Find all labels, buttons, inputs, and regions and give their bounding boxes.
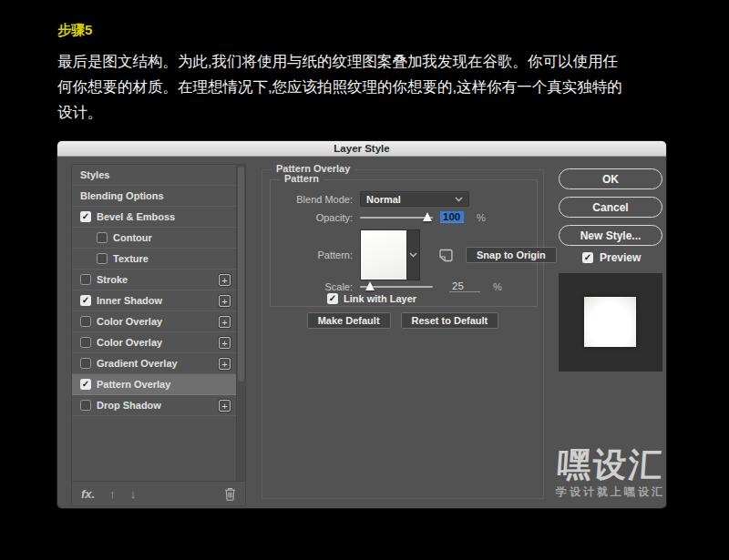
blend-mode-dropdown[interactable]: Normal <box>360 191 469 207</box>
inner-shadow-checkbox[interactable]: ✓ <box>80 295 91 306</box>
sidebar-item-label: Pattern Overlay <box>97 379 170 390</box>
scale-label: Scale: <box>271 281 353 292</box>
trash-icon[interactable] <box>224 487 236 501</box>
page: 步骤5 最后是图文结构。为此,我们将使用与纸的纹理图案叠加我发现在谷歌。你可以使… <box>0 0 729 560</box>
styles-sidebar: StylesBlending Options✓Bevel & EmbossCon… <box>71 164 246 506</box>
scale-value-field[interactable]: 25 <box>449 280 480 292</box>
pattern-overlay-panel: Pattern Overlay Pattern Blend Mode: Norm… <box>262 169 544 499</box>
sidebar-item-inner-shadow[interactable]: ✓Inner Shadow+ <box>72 290 236 311</box>
pattern-overlay-checkbox[interactable]: ✓ <box>80 379 91 390</box>
opacity-slider-thumb[interactable] <box>423 212 432 221</box>
scale-slider[interactable] <box>360 282 433 291</box>
sidebar-item-label: Bevel & Emboss <box>97 211 175 222</box>
sidebar-item-color-overlay[interactable]: Color Overlay+ <box>72 311 236 332</box>
sidebar-item-color-overlay[interactable]: Color Overlay+ <box>72 332 236 353</box>
watermark-logo: 嘿设汇 <box>548 443 666 488</box>
contour-checkbox[interactable] <box>97 232 108 243</box>
preview-checkbox[interactable]: ✓ <box>582 252 593 263</box>
sidebar-scrollbar[interactable] <box>236 165 245 481</box>
sidebar-item-label: Gradient Overlay <box>97 358 178 369</box>
pattern-group: Pattern Blend Mode: Normal Opacity: <box>270 179 538 307</box>
sidebar-item-label: Styles <box>80 169 109 180</box>
layer-style-dialog: Layer Style StylesBlending Options✓Bevel… <box>57 141 666 508</box>
gradient-overlay-checkbox[interactable] <box>80 358 91 369</box>
blend-mode-value: Normal <box>366 194 401 205</box>
tutorial-line: 设计。 <box>57 99 686 125</box>
sidebar-item-label: Texture <box>113 253 149 264</box>
new-pattern-icon[interactable] <box>438 249 454 262</box>
bevel-emboss-checkbox[interactable]: ✓ <box>80 211 91 222</box>
sidebar-item-label: Blending Options <box>80 190 164 201</box>
sidebar-item-drop-shadow[interactable]: Drop Shadow+ <box>72 395 236 416</box>
scale-unit: % <box>493 281 502 292</box>
cancel-button[interactable]: Cancel <box>559 197 662 218</box>
scale-slider-thumb[interactable] <box>365 281 375 290</box>
sidebar-item-label: Contour <box>113 232 152 243</box>
opacity-label: Opacity: <box>271 212 353 223</box>
pattern-picker-dropdown[interactable] <box>407 229 420 280</box>
fx-button[interactable]: fx. <box>81 487 95 501</box>
dialog-title: Layer Style <box>334 143 389 154</box>
reset-to-default-button[interactable]: Reset to Default <box>401 312 499 329</box>
sidebar-item-texture[interactable]: Texture <box>72 249 236 270</box>
link-with-layer-checkbox[interactable]: ✓ <box>327 293 338 304</box>
sidebar-item-label: Drop Shadow <box>97 400 161 411</box>
sidebar-item-label: Inner Shadow <box>97 295 162 306</box>
preview-swatch <box>584 297 636 347</box>
sidebar-item-bevel-emboss[interactable]: ✓Bevel & Emboss <box>72 207 236 228</box>
snap-to-origin-button[interactable]: Snap to Origin <box>466 247 557 263</box>
link-with-layer-label: Link with Layer <box>344 293 416 304</box>
sidebar-item-styles[interactable]: Styles <box>72 165 236 186</box>
stroke-add-icon[interactable]: + <box>219 274 231 286</box>
sidebar-item-label: Color Overlay <box>97 337 162 348</box>
stroke-checkbox[interactable] <box>80 274 91 285</box>
color-overlay-add-icon[interactable]: + <box>219 337 231 349</box>
gradient-overlay-add-icon[interactable]: + <box>219 358 231 370</box>
sidebar-item-label: Color Overlay <box>97 316 162 327</box>
drop-shadow-add-icon[interactable]: + <box>219 400 231 412</box>
pattern-label: Pattern: <box>271 249 353 260</box>
move-up-icon[interactable]: ↑ <box>109 487 116 501</box>
chevron-down-icon <box>409 252 417 258</box>
tutorial-line: 何你想要的材质。在理想情况下,您应该拍照纹理的你想要的,这样你有一个真实独特的 <box>57 74 686 99</box>
dialog-body: StylesBlending Options✓Bevel & EmbossCon… <box>57 157 666 508</box>
style-preview-thumbnail <box>559 273 662 372</box>
texture-checkbox[interactable] <box>97 253 108 264</box>
ok-button[interactable]: OK <box>559 168 662 189</box>
tutorial-line: 最后是图文结构。为此,我们将使用与纸的纹理图案叠加我发现在谷歌。你可以使用任 <box>57 48 686 74</box>
color-overlay-checkbox[interactable] <box>80 316 91 327</box>
preview-label: Preview <box>600 251 641 264</box>
blend-mode-label: Blend Mode: <box>271 194 353 205</box>
drop-shadow-checkbox[interactable] <box>80 400 91 411</box>
watermark-tagline: 学设计就上嘿设汇 <box>546 484 666 500</box>
dialog-titlebar[interactable]: Layer Style <box>57 141 666 157</box>
sidebar-item-label: Stroke <box>97 274 128 285</box>
sidebar-footer: fx. ↑ ↓ <box>72 481 245 505</box>
new-style-button[interactable]: New Style... <box>559 225 662 246</box>
opacity-value-field[interactable]: 100 <box>440 211 464 223</box>
opacity-unit: % <box>477 212 486 223</box>
inner-shadow-add-icon[interactable]: + <box>219 295 231 307</box>
pattern-thumbnail[interactable] <box>360 229 407 280</box>
sidebar-item-pattern-overlay[interactable]: ✓Pattern Overlay <box>72 374 236 395</box>
pattern-group-title: Pattern <box>280 173 323 184</box>
tutorial-paragraph: 最后是图文结构。为此,我们将使用与纸的纹理图案叠加我发现在谷歌。你可以使用任何你… <box>57 48 686 125</box>
chevron-down-icon <box>455 197 463 202</box>
step-title: 步骤5 <box>57 22 92 39</box>
make-default-button[interactable]: Make Default <box>307 312 391 329</box>
styles-list: StylesBlending Options✓Bevel & EmbossCon… <box>72 165 236 481</box>
color-overlay-add-icon[interactable]: + <box>219 316 231 328</box>
scrollbar-thumb[interactable] <box>238 167 244 382</box>
sidebar-item-contour[interactable]: Contour <box>72 228 236 249</box>
move-down-icon[interactable]: ↓ <box>130 487 137 501</box>
color-overlay-checkbox[interactable] <box>80 337 91 348</box>
sidebar-item-stroke[interactable]: Stroke+ <box>72 270 236 290</box>
opacity-slider-track <box>360 217 433 219</box>
sidebar-item-gradient-overlay[interactable]: Gradient Overlay+ <box>72 353 236 374</box>
opacity-slider[interactable] <box>360 213 433 222</box>
sidebar-item-blending-options[interactable]: Blending Options <box>72 186 236 207</box>
